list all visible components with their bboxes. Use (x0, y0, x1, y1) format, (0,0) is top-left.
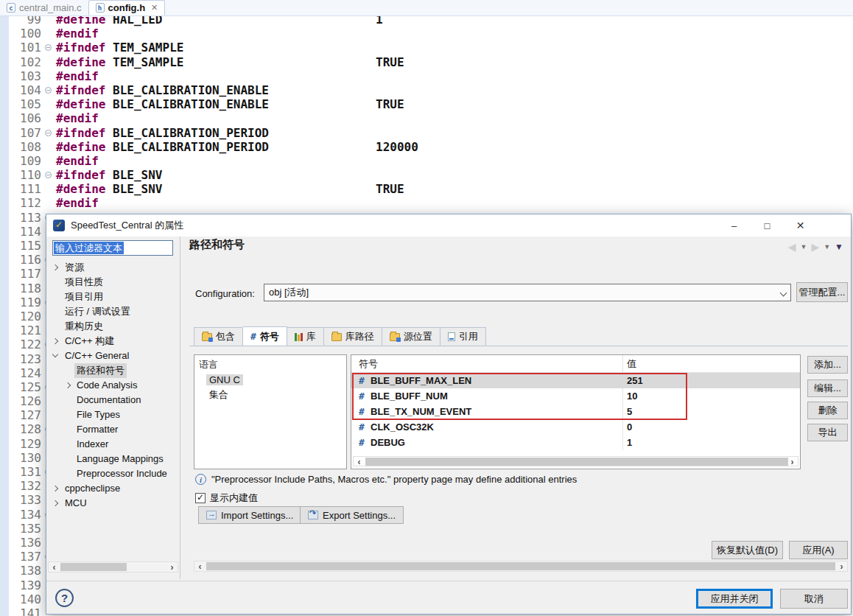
main-horizontal-scrollbar[interactable]: ‹ › (194, 561, 848, 572)
tab-库路径[interactable]: 库路径 (324, 327, 382, 346)
symbol-row[interactable]: #DEBUG1 (351, 435, 800, 450)
configuration-select[interactable]: obj [活动] (264, 284, 791, 301)
scrollbar-thumb[interactable] (365, 458, 788, 466)
code-line[interactable]: 110#ifndef BLE_SNV (0, 168, 853, 182)
scroll-right-icon[interactable]: › (166, 562, 178, 572)
tree-item-项目性质[interactable]: 项目性质 (48, 275, 178, 290)
maximize-button[interactable]: □ (751, 214, 784, 237)
code-line[interactable]: 103#endif (0, 69, 853, 83)
tree-item-C/C++ 构建[interactable]: C/C++ 构建 (48, 334, 178, 349)
code-line[interactable]: 101#ifndef TEM_SAMPLE (0, 41, 853, 55)
scroll-left-icon[interactable]: ‹ (194, 561, 206, 571)
editor-tab-central_main.c[interactable]: ccentral_main.c (0, 0, 88, 15)
tree-item-Documentation[interactable]: Documentation (48, 393, 178, 407)
line-number: 129 (9, 437, 44, 451)
symbol-row[interactable]: #BLE_BUFF_MAX_LEN251 (351, 373, 800, 388)
tree-item-项目引用[interactable]: 项目引用 (48, 290, 178, 304)
chevron-collapsed-icon[interactable] (65, 382, 71, 388)
show-builtin-checkbox[interactable] (195, 493, 206, 503)
fold-marker-icon[interactable] (45, 172, 52, 178)
code-line[interactable]: 112#endif (0, 196, 853, 210)
tab-库[interactable]: 库 (287, 327, 324, 346)
scroll-right-icon[interactable]: › (836, 561, 847, 571)
manage-configurations-button[interactable]: 管理配置... (796, 282, 848, 302)
scroll-right-icon[interactable]: › (787, 457, 798, 466)
delete-button[interactable]: 删除 (807, 402, 848, 419)
restore-defaults-button[interactable]: 恢复默认值(D) (712, 541, 783, 559)
help-button[interactable]: ? (55, 589, 74, 607)
chevron-collapsed-icon[interactable] (52, 486, 58, 491)
chevron-collapsed-icon[interactable] (52, 338, 58, 344)
code-line[interactable]: 106#endif (0, 111, 853, 125)
tree-item-Indexer[interactable]: Indexer (48, 437, 178, 452)
forward-menu-icon[interactable]: ▼ (824, 243, 830, 251)
back-menu-icon[interactable]: ▼ (800, 243, 807, 251)
language-item-GNU C[interactable]: GNU C (194, 373, 346, 388)
apply-button[interactable]: 应用(A) (789, 541, 848, 559)
fold-marker-icon[interactable] (45, 44, 52, 51)
fold-marker-icon[interactable] (45, 87, 52, 94)
line-number: 140 (9, 592, 44, 606)
symbol-row[interactable]: #CLK_OSC32K0 (351, 419, 800, 435)
table-horizontal-scrollbar[interactable]: ‹ › (353, 456, 798, 466)
tree-item-资源[interactable]: 资源 (48, 260, 178, 275)
fold-marker-icon[interactable] (45, 130, 52, 136)
code-line[interactable]: 111#define BLE_SNVTRUE (0, 182, 853, 196)
tree-item-运行 / 调试设置[interactable]: 运行 / 调试设置 (48, 304, 178, 319)
language-item-集合[interactable]: 集合 (194, 388, 346, 402)
tab-符号[interactable]: #符号 (243, 326, 287, 346)
code-line[interactable]: 100#endif (0, 27, 853, 41)
symbol-row[interactable]: #BLE_BUFF_NUM10 (351, 388, 800, 404)
value-column-header[interactable]: 值 (627, 355, 636, 373)
scrollbar-thumb[interactable] (206, 562, 835, 570)
code-line[interactable]: 109#endif (0, 154, 853, 168)
export-button[interactable]: 导出 (807, 424, 848, 441)
tree-item-重构历史[interactable]: 重构历史 (48, 319, 178, 334)
tab-close-icon[interactable]: ✕ (151, 3, 158, 13)
tree-item-Formatter[interactable]: Formatter (48, 422, 178, 437)
tree-item-File Types[interactable]: File Types (48, 407, 178, 422)
symbol-column-header[interactable]: 符号 (359, 355, 378, 373)
scrollbar-thumb[interactable] (60, 563, 127, 571)
tab-引用[interactable]: 引用 (440, 327, 486, 346)
scroll-left-icon[interactable]: ‹ (49, 562, 60, 572)
dialog-title-bar[interactable]: SpeedTest_Central 的属性 – □ ✕ (46, 214, 851, 237)
filter-input[interactable]: 输入过滤器文本 (52, 240, 173, 256)
symbol-row[interactable]: #BLE_TX_NUM_EVENT5 (351, 404, 800, 419)
edit-button[interactable]: 编辑... (807, 379, 848, 397)
editor-tab-config.h[interactable]: hconfig.h✕ (88, 0, 166, 15)
view-menu-icon[interactable]: ▼ (835, 242, 843, 252)
tree-item-Language Mappings[interactable]: Language Mappings (48, 452, 178, 466)
chevron-collapsed-icon[interactable] (52, 265, 58, 270)
code-line[interactable]: 107#ifndef BLE_CALIBRATION_PERIOD (0, 126, 853, 140)
language-item-label: 集合 (206, 389, 231, 400)
tree-horizontal-scrollbar[interactable]: ‹ › (48, 561, 178, 573)
preprocessor-directive: #endif (56, 154, 99, 168)
tree-item-C/C++ General[interactable]: C/C++ General (48, 349, 178, 363)
tree-item-Preprocessor Include[interactable]: Preprocessor Include (48, 466, 178, 481)
import-settings-button[interactable]: Import Settings... (198, 506, 301, 524)
chevron-collapsed-icon[interactable] (52, 500, 58, 506)
panel-divider[interactable] (180, 237, 180, 579)
code-line[interactable]: 102#define TEM_SAMPLETRUE (0, 55, 853, 69)
chevron-expanded-icon[interactable] (52, 351, 58, 357)
forward-icon[interactable]: ▶ (811, 241, 819, 253)
code-line[interactable]: 108#define BLE_CALIBRATION_PERIOD120000 (0, 140, 853, 154)
tree-item-Code Analysis[interactable]: Code Analysis (48, 378, 178, 393)
cancel-button[interactable]: 取消 (780, 589, 848, 609)
apply-and-close-button[interactable]: 应用并关闭 (696, 589, 773, 609)
scroll-left-icon[interactable]: ‹ (354, 457, 365, 466)
tree-item-路径和符号[interactable]: 路径和符号 (48, 363, 178, 378)
tab-源位置[interactable]: 源位置 (382, 327, 440, 346)
code-line[interactable]: 105#define BLE_CALIBRATION_ENABLETRUE (0, 97, 853, 111)
line-number: 136 (9, 536, 44, 550)
close-button[interactable]: ✕ (784, 214, 817, 237)
back-icon[interactable]: ◀ (788, 241, 796, 253)
export-settings-button[interactable]: Export Settings... (300, 506, 404, 524)
minimize-button[interactable]: – (717, 214, 751, 237)
tree-item-MCU[interactable]: MCU (48, 496, 178, 511)
tree-item-cppcheclipse[interactable]: cppcheclipse (48, 481, 178, 496)
tab-包含[interactable]: 包含 (194, 327, 243, 346)
code-line[interactable]: 104#ifndef BLE_CALIBRATION_ENABLE (0, 83, 853, 97)
add-button[interactable]: 添加... (807, 356, 848, 374)
